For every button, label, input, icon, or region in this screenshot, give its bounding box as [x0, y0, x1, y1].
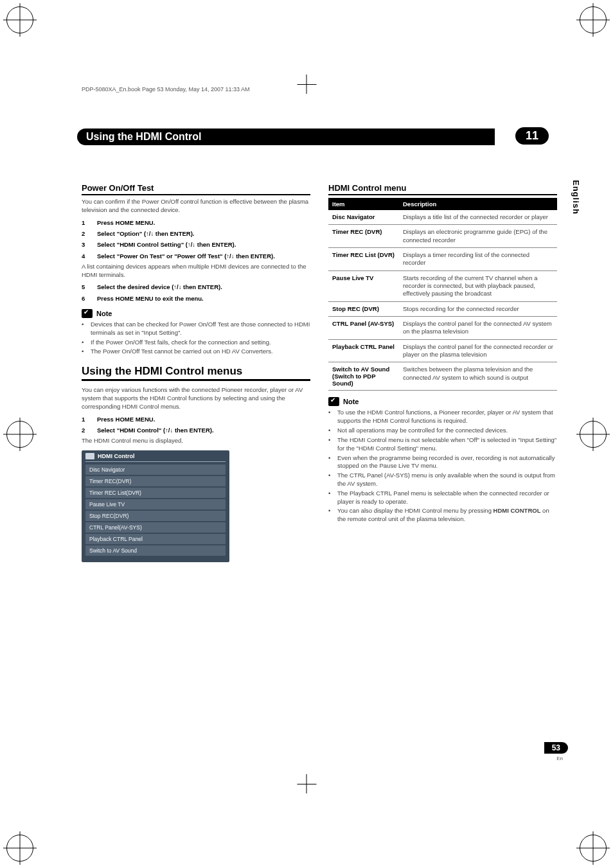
note-text: The Playback CTRL Panel menu is selectab…	[337, 490, 557, 506]
item-desc: Stops recording for the connected record…	[399, 301, 557, 316]
item-name: Timer REC List (DVR)	[328, 248, 399, 271]
menu-item: Timer REC List(DVR)	[85, 488, 226, 498]
table-row: CTRL Panel (AV-SYS)Displays the control …	[328, 317, 557, 340]
item-name: Pause Live TV	[328, 270, 399, 301]
right-column: HDMI Control menu Item Description Disc …	[328, 183, 557, 562]
step: 3 Select "HDMI Control Setting" (↑/↓ the…	[82, 240, 310, 249]
hdmi-control-table: Item Description Disc NavigatorDisplays …	[328, 198, 557, 391]
step: 1 Press HOME MENU.	[82, 415, 310, 423]
left-column: Power On/Off Test You can confirm if the…	[82, 183, 310, 562]
item-name: Timer REC (DVR)	[328, 225, 399, 248]
note-text: The Power On/Off Test cannot be carried …	[91, 348, 310, 356]
item-name: Stop REC (DVR)	[328, 301, 399, 316]
item-desc: Starts recording of the current TV chann…	[399, 270, 557, 301]
chapter-number: 11	[515, 127, 549, 145]
note-bullet: •The Playback CTRL Panel menu is selecta…	[328, 490, 557, 506]
table-row: Playback CTRL PanelDisplays the control …	[328, 339, 557, 362]
table-row: Timer REC (DVR)Displays an electronic pr…	[328, 225, 557, 248]
note-label: Note	[96, 310, 112, 317]
note-bullet: •Even when the programme being recorded …	[328, 454, 557, 471]
note-bullet: • You can also display the HDMI Control …	[328, 507, 557, 524]
step-number: 2	[82, 229, 88, 238]
step-number: 4	[82, 252, 88, 260]
step-number: 3	[82, 240, 88, 249]
item-desc: Displays an electronic programme guide (…	[399, 225, 557, 248]
step-text: Select "Power On Test" or "Power Off Tes…	[97, 252, 310, 260]
note-bullet: •Not all operations may be controlled fo…	[328, 427, 557, 435]
step: 5 Select the desired device (↑/↓ then EN…	[82, 283, 310, 291]
step: 4 Select "Power On Test" or "Power Off T…	[82, 252, 310, 260]
item-desc: Displays a title list of the connected r…	[399, 210, 557, 225]
note-bullet: •Devices that can be checked for Power O…	[82, 321, 310, 337]
content-area: Power On/Off Test You can confirm if the…	[82, 183, 557, 562]
hdmi-control-menu-screenshot: HDMI Control Disc Navigator Timer REC(DV…	[82, 450, 229, 562]
note-bullet: •The HDMI Control menu is not selectable…	[328, 436, 557, 453]
registration-mark-icon	[580, 421, 607, 448]
note-bullet: •If the Power On/Off Test fails, check f…	[82, 339, 310, 347]
step-text: Press HOME MENU.	[97, 218, 310, 227]
registration-mark-icon	[6, 6, 33, 33]
intro-text: You can enjoy various functions with the…	[82, 386, 310, 411]
step-text: Select "HDMI Control Setting" (↑/↓ then …	[97, 240, 310, 249]
sub-note: The HDMI Control menu is displayed.	[82, 437, 310, 445]
note-heading: Note	[328, 397, 557, 406]
note-text-pre: You can also display the HDMI Control me…	[337, 507, 493, 514]
note-heading: Note	[82, 309, 310, 318]
crop-mark-icon	[306, 75, 307, 94]
page-language-code: En	[556, 756, 563, 761]
registration-mark-icon	[580, 835, 607, 862]
step-text: Press HOME MENU.	[97, 415, 310, 423]
registration-mark-icon	[6, 421, 33, 448]
note-label: Note	[343, 398, 359, 405]
chapter-bar: Using the HDMI Control 11	[77, 128, 574, 145]
item-name: Disc Navigator	[328, 210, 399, 225]
menu-title-row: HDMI Control	[85, 453, 226, 462]
menu-item: CTRL Panel(AV-SYS)	[85, 522, 226, 533]
note-text: If the Power On/Off Test fails, check fo…	[91, 339, 310, 347]
registration-mark-icon	[580, 6, 607, 33]
registration-mark-icon	[6, 835, 33, 862]
page-number: 53	[544, 742, 568, 754]
item-name: CTRL Panel (AV-SYS)	[328, 317, 399, 340]
step-number: 5	[82, 283, 88, 291]
item-name: Playback CTRL Panel	[328, 339, 399, 362]
note-text: Not all operations may be controlled for…	[337, 427, 557, 435]
step-number: 1	[82, 218, 88, 227]
page-header: PDP-5080XA_En.book Page 53 Monday, May 1…	[82, 86, 250, 93]
table-row: Switch to AV Sound (Switch to PDP Sound)…	[328, 362, 557, 391]
item-desc: Switches between the plasma television a…	[399, 362, 557, 391]
menu-item: Switch to AV Sound	[85, 545, 226, 556]
section-heading-power-test: Power On/Off Test	[82, 183, 310, 195]
step-text: Select the desired device (↑/↓ then ENTE…	[97, 283, 310, 291]
step-text: Press HOME MENU to exit the menu.	[97, 294, 310, 303]
note-bullet: •The CTRL Panel (AV-SYS) menu is only av…	[328, 472, 557, 488]
crop-mark-icon	[306, 774, 307, 793]
menu-item: Pause Live TV	[85, 499, 226, 509]
menu-title: HDMI Control	[98, 453, 135, 459]
note-bullet: •To use the HDMI Control functions, a Pi…	[328, 409, 557, 425]
menu-item: Disc Navigator	[85, 465, 226, 475]
table-row: Pause Live TVStarts recording of the cur…	[328, 270, 557, 301]
item-desc: Displays a timer recording list of the c…	[399, 248, 557, 271]
note-text: The CTRL Panel (AV-SYS) menu is only ava…	[337, 472, 557, 488]
step: 2 Select "Option" (↑/↓ then ENTER).	[82, 229, 310, 238]
item-name: Switch to AV Sound (Switch to PDP Sound)	[328, 362, 399, 391]
menu-item: Stop REC(DVR)	[85, 511, 226, 521]
section-heading-hdmi-control-menu: HDMI Control menu	[328, 183, 557, 195]
note-check-icon	[82, 309, 93, 318]
table-row: Stop REC (DVR)Stops recording for the co…	[328, 301, 557, 316]
note-text: You can also display the HDMI Control me…	[337, 507, 557, 524]
step-text: Select "Option" (↑/↓ then ENTER).	[97, 229, 310, 238]
sub-note: A list containing devices appears when m…	[82, 263, 310, 279]
item-desc: Displays the control panel for the conne…	[399, 339, 557, 362]
note-bullet: •The Power On/Off Test cannot be carried…	[82, 348, 310, 356]
note-text: Devices that can be checked for Power On…	[91, 321, 310, 337]
step: 6 Press HOME MENU to exit the menu.	[82, 294, 310, 303]
menu-title-icon	[85, 453, 94, 459]
note-text: To use the HDMI Control functions, a Pio…	[337, 409, 557, 425]
chapter-title: Using the HDMI Control	[77, 128, 495, 145]
step: 1 Press HOME MENU.	[82, 218, 310, 227]
step-number: 6	[82, 294, 88, 303]
item-desc: Displays the control panel for the conne…	[399, 317, 557, 340]
table-row: Timer REC List (DVR)Displays a timer rec…	[328, 248, 557, 271]
